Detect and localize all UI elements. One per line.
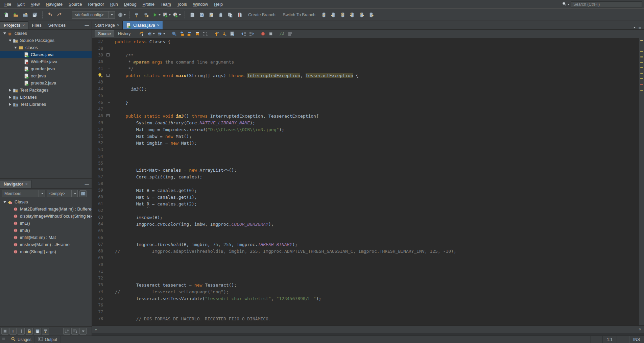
menu-refactor[interactable]: Refactor <box>85 1 107 8</box>
tree-item-test-libraries[interactable]: Test Libraries <box>0 101 92 108</box>
line-number[interactable]: 61 <box>92 200 105 207</box>
navigator-caret-button[interactable] <box>79 328 87 335</box>
line-number[interactable]: 64 <box>92 221 105 227</box>
tree-item-prueba2-java[interactable]: prueba2.java <box>0 79 92 87</box>
line-number[interactable]: 78 <box>92 315 105 322</box>
uncomment-button[interactable] <box>286 30 294 38</box>
tree-item-ocr-java[interactable]: ocr.java <box>0 72 92 79</box>
code-line-40[interactable]: 40 * @param args the command line argume… <box>92 58 639 65</box>
navigator-filter-save-button[interactable] <box>34 328 41 335</box>
navigator-filter-bar-button[interactable] <box>18 328 25 335</box>
line-number[interactable]: 77 <box>92 309 105 315</box>
code-line-62[interactable]: 62 <box>92 207 639 214</box>
code-line-66[interactable]: 66 <box>92 234 639 241</box>
line-number[interactable]: 66 <box>92 234 105 241</box>
code-line-49[interactable]: 49 System.loadLibrary(Core.NATIVE_LIBRAR… <box>92 119 639 126</box>
navigator-filter-square-button[interactable] <box>1 328 8 335</box>
expander-closed-icon[interactable] <box>8 96 12 99</box>
profile-button[interactable] <box>172 10 182 20</box>
tree-item-clases[interactable]: clases <box>0 30 92 37</box>
annotation-mark[interactable] <box>640 78 643 79</box>
line-number[interactable]: 56 <box>92 167 105 173</box>
prev-bookmark-button[interactable] <box>178 30 186 38</box>
repo-fetch-button[interactable] <box>338 10 347 20</box>
line-number[interactable]: 54 <box>92 153 105 160</box>
code-line-76[interactable]: 76 <box>92 302 639 309</box>
line-number[interactable]: 58 <box>92 180 105 187</box>
find-selection-button[interactable] <box>170 30 178 38</box>
code-line-51[interactable]: 51 Mat imbw = new Mat(); <box>92 133 639 140</box>
debug-button[interactable] <box>162 10 171 20</box>
code-line-44[interactable]: 44 im3(); <box>92 85 639 92</box>
code-line-70[interactable]: 70 <box>92 261 639 268</box>
code-line-42[interactable]: − public static void main(String[] args)… <box>92 72 639 79</box>
menu-window[interactable]: Window <box>190 1 211 8</box>
tree-item-im3[interactable]: im3() <box>0 227 92 234</box>
code-line-48[interactable]: 48− public static void im3() throws Inte… <box>92 113 639 119</box>
source-view-button[interactable]: Source <box>95 30 114 37</box>
close-icon[interactable]: × <box>117 23 119 28</box>
members-filter-select[interactable]: Members <box>2 190 45 197</box>
switch-to-branch-button[interactable]: Switch To Branch <box>280 10 319 20</box>
line-number[interactable]: 55 <box>92 160 105 167</box>
line-number[interactable]: 73 <box>92 281 105 288</box>
menu-run[interactable]: Run <box>107 1 121 8</box>
nav-back-button[interactable] <box>146 30 156 38</box>
annotation-mark[interactable] <box>640 67 643 68</box>
line-number[interactable]: 48 <box>92 113 105 119</box>
code-line-78[interactable]: 78 // DOS FORMAS DE HACERLO. RECORTER FI… <box>92 315 639 322</box>
run-button[interactable] <box>152 10 161 20</box>
code-line-73[interactable]: 73 Tesseract tesseract = new Tesseract()… <box>92 281 639 288</box>
line-number[interactable]: 72 <box>92 275 105 281</box>
code-line-53[interactable]: 53 <box>92 146 639 153</box>
expander-closed-icon[interactable] <box>8 89 12 92</box>
comment-button[interactable]: // <box>279 30 286 38</box>
annotation-mark[interactable] <box>640 73 643 74</box>
annotation-mark[interactable] <box>640 56 643 57</box>
menu-profile[interactable]: Profile <box>140 1 158 8</box>
line-number[interactable]: 67 <box>92 241 105 248</box>
editor-tab-clases-java[interactable]: Clases.java× <box>123 21 163 29</box>
search-provider-icon[interactable] <box>562 1 570 7</box>
line-number[interactable]: 57 <box>92 173 105 180</box>
code-line-57[interactable]: 57 Core.split(img, canales); <box>92 173 639 180</box>
line-number[interactable]: 74 <box>92 288 105 295</box>
code-line-37[interactable]: 37public class Clases { <box>92 38 639 45</box>
code-line-52[interactable]: 52 Mat imgbin = new Mat(); <box>92 140 639 146</box>
navigator-filter-paint-button[interactable] <box>42 328 49 335</box>
code-line-39[interactable]: 39− /** <box>92 52 639 58</box>
scope-filter-select[interactable]: <empty> <box>47 190 78 197</box>
code-line-41[interactable]: 41 */ <box>92 65 639 72</box>
close-icon[interactable]: × <box>25 182 28 187</box>
tree-item-test-packages[interactable]: Test Packages <box>0 87 92 94</box>
line-number[interactable]: 53 <box>92 146 105 153</box>
navigator-updown-button[interactable] <box>63 328 70 335</box>
fold-marker[interactable]: − <box>105 52 111 58</box>
line-number[interactable]: 39 <box>92 52 105 58</box>
redo-button[interactable] <box>55 10 64 20</box>
line-number[interactable]: 68 <box>92 248 105 254</box>
line-number[interactable]: 43 <box>92 79 105 85</box>
tree-item-clases[interactable]: clases <box>0 44 92 51</box>
navigator-options-button[interactable] <box>79 190 87 197</box>
expander-open-icon[interactable] <box>3 32 7 34</box>
code-line-77[interactable]: 77 <box>92 309 639 315</box>
minimize-icon[interactable]: — <box>85 182 89 187</box>
repo-pull-button[interactable] <box>348 10 357 20</box>
next-bookmark-button[interactable] <box>186 30 193 38</box>
line-number[interactable]: 41 <box>92 65 105 72</box>
record-macro-button[interactable] <box>259 30 267 38</box>
toggle-bookmark-button[interactable] <box>194 30 201 38</box>
tab-navigator[interactable]: Navigator × <box>0 180 31 188</box>
tab-files[interactable]: Files <box>28 22 45 29</box>
line-number[interactable]: 65 <box>92 227 105 234</box>
tree-item-main-string-args[interactable]: main(String[] args) <box>0 248 92 255</box>
navigator-sort-button[interactable] <box>71 328 78 335</box>
open-project-button[interactable] <box>21 10 30 20</box>
tree-item-imfill-mat-im-mat[interactable]: imfill(Mat im) : Mat <box>0 234 92 241</box>
code-line-68[interactable]: 68// Imgproc.adaptiveThreshold(B, imgbin… <box>92 248 639 254</box>
tab-list-icon[interactable] <box>634 27 636 28</box>
stop-macro-button[interactable] <box>267 30 275 38</box>
code-line-54[interactable]: 54 <box>92 153 639 160</box>
shift-right-button[interactable] <box>248 30 255 38</box>
